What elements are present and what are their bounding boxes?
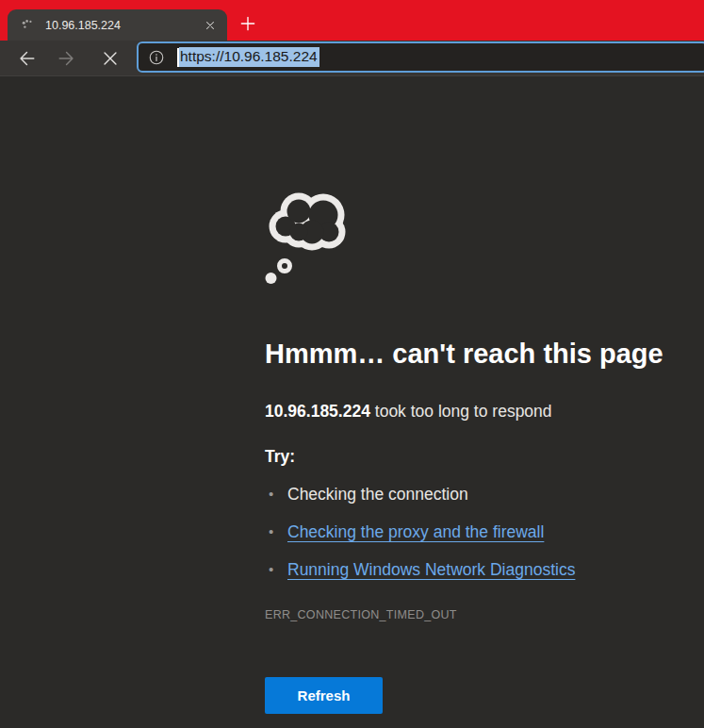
error-title: Hmmm… can't reach this page [265, 337, 679, 371]
suggestion-item: Running Windows Network Diagnostics [265, 558, 679, 581]
thought-cloud-icon [265, 187, 352, 285]
browser-tab[interactable]: 10.96.185.224 [8, 9, 227, 41]
tab-strip: 10.96.185.224 [0, 0, 704, 41]
plus-icon [238, 14, 257, 33]
proxy-firewall-link[interactable]: Checking the proxy and the firewall [287, 522, 544, 541]
refresh-button[interactable]: Refresh [265, 677, 383, 714]
forward-arrow-icon [57, 48, 77, 69]
browser-toolbar: https://10.96.185.224 [0, 41, 704, 76]
try-label: Try: [265, 445, 679, 468]
page-content: Hmmm… can't reach this page 10.96.185.22… [0, 77, 704, 728]
close-icon [204, 19, 217, 32]
network-diagnostics-link[interactable]: Running Windows Network Diagnostics [287, 560, 575, 579]
suggestion-item: Checking the proxy and the firewall [265, 521, 679, 543]
site-info-icon[interactable] [148, 49, 165, 66]
url-selected-text: https://10.96.185.224 [179, 47, 319, 67]
error-code: ERR_CONNECTION_TIMED_OUT [265, 608, 679, 621]
back-button[interactable] [12, 46, 41, 71]
address-bar[interactable]: https://10.96.185.224 [137, 41, 704, 73]
url-input[interactable]: https://10.96.185.224 [177, 47, 319, 67]
error-host: 10.96.185.224 [265, 402, 370, 421]
suggestion-list: Checking the connection Checking the pro… [265, 483, 679, 581]
suggestion-text: Checking the connection [287, 485, 468, 504]
forward-button[interactable] [53, 46, 81, 71]
loading-spinner-icon [21, 18, 36, 33]
error-page: Hmmm… can't reach this page 10.96.185.22… [265, 77, 679, 714]
stop-button[interactable] [96, 46, 124, 71]
stop-x-icon [100, 48, 121, 69]
tab-close-button[interactable] [201, 16, 220, 35]
browser-window: 10.96.185.224 [0, 0, 704, 728]
error-subtitle: 10.96.185.224 took too long to respond [265, 400, 679, 422]
back-arrow-icon [16, 48, 37, 69]
suggestion-item: Checking the connection [265, 483, 679, 505]
error-subtitle-text: took too long to respond [370, 402, 552, 421]
tab-title: 10.96.185.224 [45, 19, 201, 32]
new-tab-button[interactable] [237, 12, 259, 35]
